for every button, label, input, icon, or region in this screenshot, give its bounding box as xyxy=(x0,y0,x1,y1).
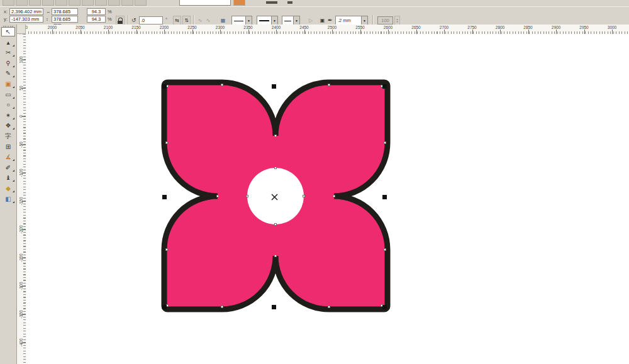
fill-tool[interactable]: ◆ xyxy=(1,184,15,193)
clipped-toolbar-icon[interactable] xyxy=(121,0,133,6)
h-ruler-major-tick xyxy=(472,30,473,34)
curve-node xyxy=(221,306,223,308)
zoom-tool-icon: ⚲ xyxy=(6,60,10,67)
outline-style-select[interactable]: ▼ xyxy=(257,16,278,25)
chevron-down-icon[interactable]: ▼ xyxy=(293,16,299,25)
convert-to-curve-button[interactable]: ∿ xyxy=(196,16,204,25)
zoom-tool[interactable]: ⚲ xyxy=(1,58,15,68)
chevron-down-icon[interactable]: ▼ xyxy=(361,16,367,25)
selection-handle[interactable] xyxy=(382,84,387,89)
stepper-buttons[interactable]: ▲▼ xyxy=(394,16,400,25)
pick-tool[interactable]: ↖ xyxy=(1,27,15,36)
outline-pen-icon: ✒ xyxy=(328,16,333,25)
polygon-tool[interactable]: ✶ xyxy=(1,111,15,120)
h-ruler-major-tick xyxy=(108,30,109,34)
horizontal-ruler[interactable]: 9502000205021002150220022502300235024002… xyxy=(17,25,629,35)
weld-icon: ▦ xyxy=(221,18,226,23)
curve-node xyxy=(328,84,330,86)
clipped-toolbar-icon[interactable] xyxy=(3,0,14,6)
ruler-origin-corner[interactable] xyxy=(17,25,26,34)
text-wrap-button[interactable]: ▣ xyxy=(318,16,327,25)
curve-node xyxy=(274,223,277,226)
object-width-field[interactable]: 378.685 mm xyxy=(52,8,78,15)
curve-node xyxy=(274,255,277,257)
line-style-preview xyxy=(257,16,271,25)
curve-icon: ∿ xyxy=(206,18,211,23)
v-ruler-major-tick xyxy=(21,201,26,202)
shape-tool-icon: ▴ xyxy=(6,39,9,46)
h-ruler-label: 2100 xyxy=(104,25,113,30)
outline-width-select[interactable]: .2 mm ▼ xyxy=(335,16,368,25)
shape-tool[interactable]: ▴ xyxy=(1,38,15,47)
outline-pen-tool[interactable]: ♝ xyxy=(1,173,15,182)
curve-node xyxy=(328,306,330,308)
selection-handle[interactable] xyxy=(382,305,387,309)
basic-shapes-tool[interactable]: ❖ xyxy=(1,121,15,130)
selection-handle[interactable] xyxy=(272,305,276,309)
y-position-field[interactable]: -147.303 mm xyxy=(9,16,43,23)
property-bar: x: y: 2,396.402 mm -147.303 mm ↔ ↕ 378.6… xyxy=(0,6,629,26)
chevron-down-icon[interactable]: ▼ xyxy=(271,16,277,25)
ellipse-tool[interactable]: ○ xyxy=(1,100,15,109)
h-ruler-label: 2300 xyxy=(216,25,225,30)
scale-h-field[interactable]: 94.3 xyxy=(87,8,106,15)
clipped-toolbar-icon[interactable] xyxy=(29,0,41,6)
clipped-toolbar-icon[interactable] xyxy=(108,0,120,6)
clipped-toolbar-icon[interactable] xyxy=(16,0,28,6)
clipped-toolbar-icon[interactable] xyxy=(233,0,245,6)
weld-button[interactable]: ▦ xyxy=(218,16,228,25)
end-arrowhead-select[interactable]: ▼ xyxy=(282,16,300,25)
rectangle-tool[interactable]: ▭ xyxy=(1,90,15,99)
h-ruler-major-tick xyxy=(136,30,137,34)
interactive-fill-tool[interactable]: ◧ xyxy=(1,194,15,204)
crop-tool-icon: ✂ xyxy=(6,49,11,56)
mirror-vertical-button[interactable]: ⇅ xyxy=(182,16,191,25)
start-arrowhead-select[interactable]: ▼ xyxy=(231,16,252,25)
zoom-level-combo-clipped[interactable] xyxy=(179,0,231,6)
clipped-toolbar-icon[interactable] xyxy=(82,0,94,6)
curve-node xyxy=(384,141,386,144)
selection-handle[interactable] xyxy=(162,195,167,199)
mirror-horizontal-button[interactable]: ⇆ xyxy=(173,16,181,25)
lock-ratio-button[interactable] xyxy=(116,16,125,25)
table-tool[interactable]: ⊞ xyxy=(1,142,15,152)
curve-node xyxy=(246,195,248,197)
x-position-field[interactable]: 2,396.402 mm xyxy=(9,8,43,15)
clipped-toolbar-icon[interactable] xyxy=(95,0,107,6)
crop-tool[interactable]: ✂ xyxy=(1,48,15,57)
selection-handle[interactable] xyxy=(382,195,387,199)
h-ruler-major-tick xyxy=(612,30,613,34)
selection-handle[interactable] xyxy=(272,84,276,89)
smart-fill-tool[interactable]: ▣ xyxy=(1,79,15,89)
curve-node xyxy=(303,195,305,197)
freehand-tool[interactable]: ✎ xyxy=(1,69,15,78)
object-height-icon: ↕ xyxy=(46,16,48,23)
h-ruler-major-tick xyxy=(192,30,193,34)
clipped-toolbar-icon[interactable] xyxy=(69,0,81,6)
h-ruler-major-tick xyxy=(220,30,221,34)
dimension-tool[interactable]: ∡ xyxy=(1,152,15,162)
mirror-horizontal-icon: ⇆ xyxy=(175,18,179,23)
eyedropper-tool[interactable]: ✐ xyxy=(1,163,15,172)
h-ruler-major-tick xyxy=(360,30,361,34)
rotation-angle-field[interactable]: .0 xyxy=(139,16,163,25)
selection-handle[interactable] xyxy=(162,84,167,89)
h-ruler-major-tick xyxy=(584,30,585,34)
selection-handle[interactable] xyxy=(162,305,167,309)
misc-value-field[interactable]: 100 xyxy=(377,16,393,25)
clipped-toolbar-icon[interactable] xyxy=(55,0,67,6)
text-tool-icon: 字 xyxy=(5,132,11,141)
clipped-toolbar-icon[interactable] xyxy=(42,0,54,6)
text-tool[interactable]: 字 xyxy=(1,131,15,141)
clipped-toolbar-icon[interactable] xyxy=(135,0,147,6)
reverse-curve-button[interactable]: ∿ xyxy=(204,16,212,25)
curve-node xyxy=(221,84,223,86)
h-ruler-major-tick xyxy=(388,30,389,34)
chevron-down-icon[interactable]: ▼ xyxy=(245,16,252,25)
scale-v-field[interactable]: 94.3 xyxy=(87,16,106,23)
vertical-ruler[interactable]: 150100500-50-100-150-200-250-300-350-400 xyxy=(17,34,26,364)
object-height-field[interactable]: 378.685 mm xyxy=(52,16,78,23)
toolbar-clipped-mark xyxy=(287,1,292,4)
close-curve-button[interactable]: ▷ xyxy=(307,16,314,25)
degree-label: ° xyxy=(165,16,167,23)
